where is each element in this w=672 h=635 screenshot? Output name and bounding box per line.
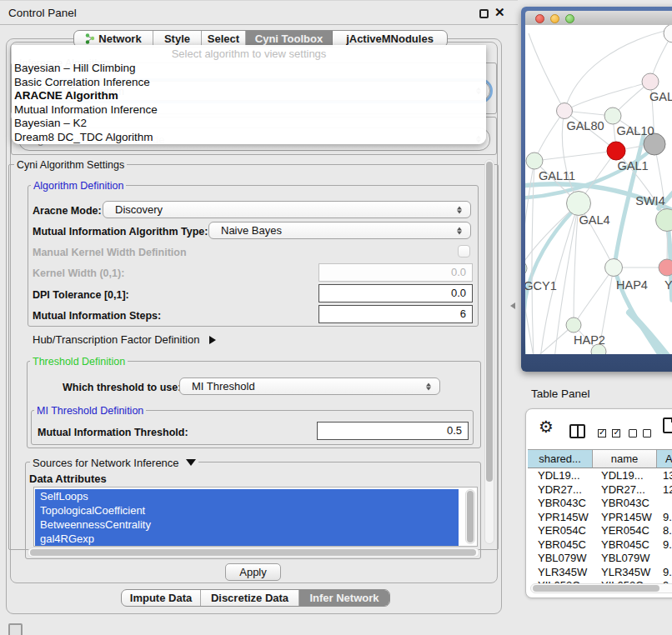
mi-type-combo[interactable]: Naive Bayes [208,222,471,239]
aracne-mode-combo[interactable]: Discovery [103,201,471,218]
dpi-tolerance-field[interactable]: 0.0 [318,284,473,302]
table-hscrollbar[interactable] [530,583,672,593]
node-label: GAL [649,90,672,103]
tab-discretize-data[interactable]: Discretize Data [201,590,299,606]
export-table-icon[interactable] [663,418,672,433]
table-row[interactable]: YDR27...YDR27...12 [528,483,672,498]
network-node[interactable] [605,259,623,277]
split-divider-arrow-icon[interactable] [510,302,515,309]
table-hscrollbar-thumb[interactable] [533,585,659,592]
network-node[interactable] [525,261,527,276]
mi-threshold-label: Mutual Information Threshold: [38,427,188,438]
combo-arrows-icon [457,227,462,234]
node-label: SWI4 [635,194,664,208]
network-graph: GAL GAL80 GAL10 GAL1 GAL11 SWI4 GAL4 GCY… [525,25,672,354]
cyni-bottom-tabs: Impute Data Discretize Data Infer Networ… [121,589,390,607]
tab-infer-network[interactable]: Infer Network [299,590,389,606]
combo-arrows-icon [426,382,431,390]
dropdown-item[interactable]: Bayesian – Hill Climbing [14,62,136,74]
close-icon[interactable]: ✕ [494,5,505,20]
table-row[interactable]: YLR345WYLR345W9. [528,566,672,580]
control-panel-titlebar [0,0,518,25]
float-window-icon[interactable] [479,9,489,18]
dropdown-item-selected[interactable]: ARACNE Algorithm [14,89,118,102]
list-item[interactable]: SelfLoops [35,489,459,503]
manual-kernel-checkbox[interactable] [458,245,470,258]
threshold-definition-title: Threshold Definition [30,356,128,368]
algorithm-definition-title: Algorithm Definition [31,180,126,192]
select-all-columns-icon[interactable]: ✓ ✓ [598,426,620,441]
network-node[interactable] [659,259,672,276]
node-label: GAL4 [579,213,609,227]
dpi-tolerance-label: DPI Tolerance [0,1]: [33,289,129,301]
settings-scrollbar[interactable] [484,159,494,544]
kernel-width-field[interactable]: 0.0 [318,263,473,282]
dropdown-placeholder: Select algorithm to view settings [12,48,486,60]
node-label: GAL11 [539,169,575,182]
sources-hscrollbar-thumb[interactable] [30,549,476,556]
deselect-all-columns-icon[interactable] [629,426,651,441]
settings-scrollbar-thumb[interactable] [486,162,493,482]
network-node-selected[interactable] [607,142,625,160]
hub-definition-toggle[interactable]: Hub/Transcription Factor Definition [33,333,216,346]
control-panel-title: Control Panel [8,7,77,19]
dropdown-item[interactable]: Basic Correlation Inference [14,76,150,88]
sources-hscrollbar[interactable] [28,548,479,558]
table-row[interactable]: YDL19...YDL19...13 [528,469,672,483]
gear-icon[interactable]: ⚙ [539,417,554,437]
network-canvas[interactable]: GAL GAL80 GAL10 GAL1 GAL11 SWI4 GAL4 GCY… [525,25,672,354]
network-window-titlebar[interactable] [525,11,672,25]
kernel-width-label: Kernel Width (0,1): [33,268,124,279]
data-attributes-label: Data Attributes [29,472,107,485]
mi-type-label: Mutual Information Algorithm Type: [33,226,208,238]
list-scrollbar-thumb[interactable] [467,491,474,542]
column-header-shared-name[interactable]: shared... [528,449,593,468]
dropdown-item[interactable]: Dream8 DC_TDC Algorithm [14,131,153,143]
combo-arrows-icon [457,206,462,213]
network-node[interactable] [557,103,573,119]
algorithm-dropdown-popup: Select algorithm to view settings Bayesi… [12,45,486,144]
node-label: HAP2 [574,333,605,347]
apply-button[interactable]: Apply [225,563,281,581]
dropdown-item[interactable]: Bayesian – K2 [14,117,87,129]
dropdown-item[interactable]: Mutual Information Inference [14,103,158,116]
manual-kernel-label: Manual Kernel Width Definition [33,247,187,258]
columns-icon[interactable] [569,424,585,438]
list-item[interactable]: BetweennessCentrality [35,518,459,532]
column-header[interactable]: A [657,449,672,468]
minimize-traffic-light-icon[interactable] [550,14,559,23]
network-node[interactable] [566,318,581,332]
aracne-mode-label: Aracne Mode: [33,205,102,217]
list-scrollbar[interactable] [465,489,475,544]
collapsed-panel-icon[interactable] [8,623,23,635]
table-row[interactable]: YPR145WYPR145W9. [528,511,672,525]
table-row[interactable]: YBR045CYBR045C9. [528,538,672,552]
node-label: GAL1 [617,159,648,172]
list-item[interactable]: TopologicalCoefficient [35,503,459,518]
network-icon [85,33,95,44]
cyni-settings-title: Cyni Algorithm Settings [14,159,127,171]
list-item[interactable]: gal4RGexp [35,532,459,546]
network-node[interactable] [567,192,591,216]
network-node[interactable] [604,108,621,124]
data-attributes-list[interactable]: SelfLoops TopologicalCoefficient Between… [33,487,478,547]
network-node[interactable] [642,73,659,90]
network-node[interactable] [664,25,672,42]
node-label: GCY1 [525,279,557,292]
close-traffic-light-icon[interactable] [535,14,544,23]
network-node[interactable] [656,209,672,232]
tab-impute-data[interactable]: Impute Data [122,590,201,606]
table-row[interactable]: YER054CYER054C8. [528,524,672,538]
table-panel: ⚙ ✓ ✓ shared... name A YDL19...YDL19...1… [525,408,672,598]
which-threshold-combo[interactable]: MI Threshold [179,378,440,395]
mi-steps-field[interactable]: 6 [318,305,473,323]
column-header-name[interactable]: name [593,449,657,468]
network-node[interactable] [526,152,543,169]
mi-steps-label: Mutual Information Steps: [33,310,161,322]
node-label: Y [664,278,672,292]
mi-threshold-field[interactable]: 0.5 [317,422,469,440]
table-row[interactable]: YBR043CYBR043C [528,497,672,511]
zoom-traffic-light-icon[interactable] [565,14,574,23]
table-row[interactable]: YBL079WYBL079W [528,552,672,566]
sources-title[interactable]: Sources for Network Inference [30,457,198,469]
